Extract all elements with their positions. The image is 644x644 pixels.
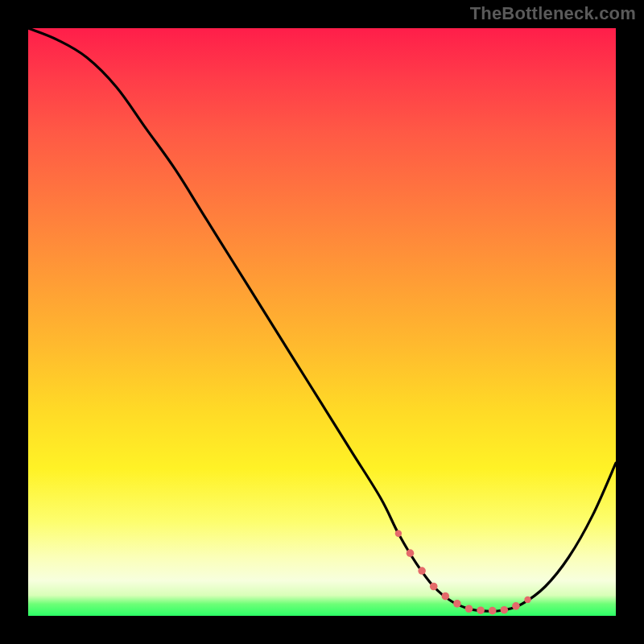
valley-dot xyxy=(418,567,426,575)
bottleneck-curve-svg xyxy=(28,28,616,616)
valley-dot xyxy=(453,600,461,608)
valley-dot xyxy=(430,583,438,591)
valley-dot-group xyxy=(395,530,531,615)
valley-dot xyxy=(442,592,450,601)
valley-dot xyxy=(395,530,402,537)
valley-dot xyxy=(524,597,530,603)
watermark-text: TheBottleneck.com xyxy=(470,3,636,24)
valley-dot xyxy=(407,549,415,557)
valley-dot xyxy=(465,605,473,613)
bottleneck-curve-line xyxy=(28,28,616,611)
valley-dot xyxy=(501,606,509,614)
valley-dot xyxy=(512,602,520,610)
valley-dot xyxy=(489,607,497,615)
plot-gradient-background xyxy=(28,28,616,616)
chart-frame: TheBottleneck.com xyxy=(0,0,644,644)
valley-dot xyxy=(477,606,485,614)
